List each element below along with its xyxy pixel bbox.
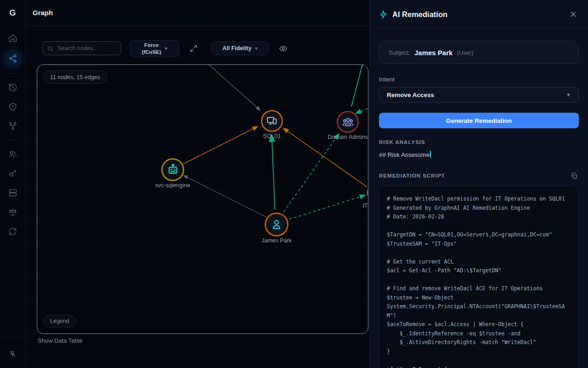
subject-card: Subject: James Park (User) <box>379 41 579 64</box>
shield-alert-icon[interactable] <box>4 99 22 115</box>
visibility-eye-icon[interactable] <box>277 43 288 54</box>
robot-icon <box>166 163 180 177</box>
graph-stats-badge: 11 nodes, 15 edges <box>43 70 107 84</box>
risk-analysis-heading: RISK ANALYSIS <box>379 139 579 145</box>
graph-node-label: James Park <box>261 237 292 244</box>
show-data-table-button[interactable]: Show Data Table <box>38 337 83 344</box>
governance-scales-icon[interactable] <box>4 204 22 220</box>
edge-svcsqlengine-to-sql01 <box>183 126 258 164</box>
remediation-script-heading: REMEDIATION SCRIPT <box>379 173 445 178</box>
search-input[interactable] <box>57 45 116 52</box>
sidebar-divider <box>7 140 19 140</box>
attack-paths-icon[interactable] <box>4 118 22 134</box>
edge-domainadmins-up <box>351 65 362 107</box>
chevron-down-icon: ▼ <box>566 92 571 98</box>
search-nodes-box <box>42 41 121 55</box>
graph-node-label: IT <box>362 202 368 209</box>
edge-jamespark-to-it <box>289 195 365 219</box>
close-icon[interactable] <box>568 9 579 20</box>
graph-node-james-park[interactable]: James Park <box>265 213 288 236</box>
graph-node-label: svc-sqlengine <box>155 182 190 189</box>
subject-type: (User) <box>457 49 473 56</box>
graph-page: Force(fCoSE) ▾ All Fidelity ▾ 11 nodes, … <box>26 26 369 368</box>
chevron-down-icon: ▾ <box>255 46 258 51</box>
sidebar-bottom <box>0 337 25 368</box>
edge-into-domainadmins-from-right <box>356 109 368 114</box>
graph-node-sql01[interactable]: SQL01 <box>261 110 283 132</box>
risk-analysis-stream: ## Risk Assessme <box>379 151 579 158</box>
graph-node-domain-admins[interactable]: Domain Admins <box>337 111 359 133</box>
remediation-script-block[interactable]: # Remove WriteDacl permission for IT Ope… <box>379 186 579 368</box>
computer-icon <box>266 115 278 127</box>
sidebar: G <box>0 0 26 368</box>
ai-remediation-panel: AI Remediation Subject: James Park (User… <box>369 0 588 368</box>
edge-into-sql01-from-top <box>209 65 260 110</box>
layout-dropdown[interactable]: Force(fCoSE) ▾ <box>130 40 179 57</box>
legend-button[interactable]: Legend <box>43 315 76 328</box>
subject-label: Subject: <box>389 49 410 56</box>
chevron-down-icon: ▾ <box>165 46 168 51</box>
remediation-script-header: REMEDIATION SCRIPT <box>379 171 579 180</box>
group-icon <box>342 116 354 128</box>
edge-jamespark-to-svcsqlengine <box>183 175 266 217</box>
graph-node-svc-sqlengine[interactable]: svc-sqlengine <box>161 158 184 181</box>
sidebar-divider <box>7 73 19 74</box>
edge-jamespark-to-sql01 <box>271 134 275 209</box>
text-cursor <box>430 151 431 158</box>
subject-name: James Park <box>414 49 452 57</box>
servers-icon[interactable] <box>4 185 22 201</box>
pin-off-icon[interactable] <box>4 346 22 362</box>
lightning-bolt-icon <box>379 10 388 19</box>
key-icon[interactable] <box>4 166 22 181</box>
remediation-script-code: # Remove WriteDacl permission for IT Ope… <box>387 195 574 368</box>
graph-canvas[interactable]: 11 nodes, 15 edges Legend SQL01Domain Ad… <box>37 64 368 334</box>
fit-view-icon[interactable] <box>188 43 199 54</box>
fidelity-dropdown[interactable]: All Fidelity ▾ <box>211 41 269 55</box>
graph-network-icon[interactable] <box>4 50 22 67</box>
graph-node-label: SQL01 <box>263 133 281 139</box>
app-logo[interactable]: G <box>0 0 25 26</box>
page-title: Graph <box>33 9 53 17</box>
panel-header: AI Remediation <box>370 0 588 29</box>
search-icon <box>47 46 53 52</box>
graph-node-label: Domain Admins <box>328 134 368 140</box>
history-icon[interactable] <box>4 80 22 95</box>
generate-remediation-button[interactable]: Generate Remediation <box>379 113 579 128</box>
intent-label: Intent <box>379 76 579 83</box>
copy-icon[interactable] <box>570 171 579 180</box>
panel-title: AI Remediation <box>392 10 447 19</box>
panel-body: Subject: James Park (User) Intent Remove… <box>370 29 588 368</box>
edge-jamespark-to-domainadmins <box>283 133 339 212</box>
person-icon <box>270 218 283 231</box>
home-icon[interactable] <box>4 30 22 46</box>
sidebar-bottom-divider <box>0 337 26 338</box>
graph-edges <box>37 65 368 334</box>
fidelity-dropdown-value: All Fidelity <box>222 45 251 52</box>
sidebar-nav <box>0 26 25 239</box>
sync-icon[interactable] <box>4 224 22 239</box>
topbar: Graph <box>26 0 369 26</box>
layout-dropdown-value: Force(fCoSE) <box>142 42 161 55</box>
intent-dropdown-value: Remove Access <box>387 92 434 98</box>
users-icon[interactable] <box>4 146 22 162</box>
intent-dropdown[interactable]: Remove Access ▼ <box>379 87 579 103</box>
